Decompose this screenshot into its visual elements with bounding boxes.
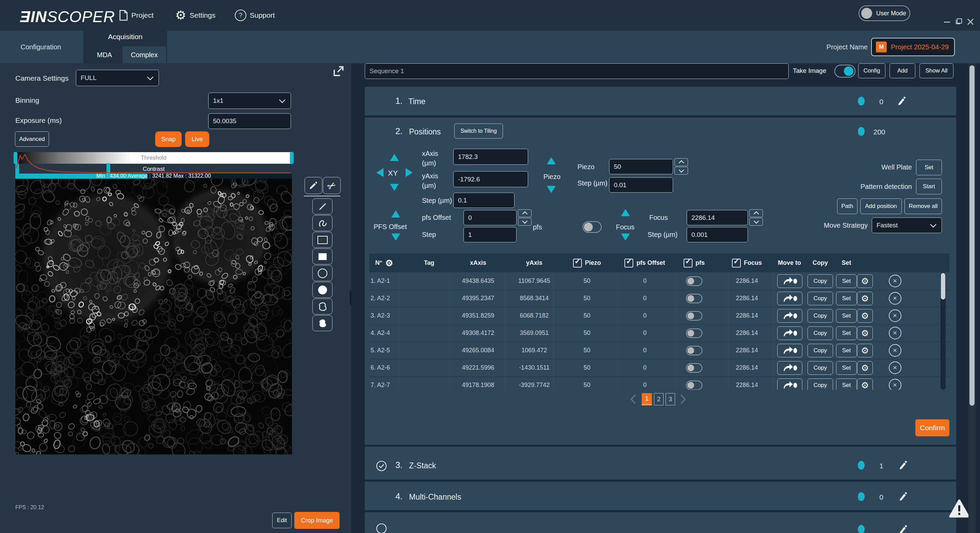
project-menu[interactable]: Project — [119, 0, 153, 31]
row-copy-button[interactable]: Copy — [808, 309, 833, 323]
section-next-partial[interactable] — [365, 512, 956, 533]
row-copy-button[interactable]: Copy — [808, 344, 833, 357]
row-set-button[interactable]: Set — [836, 361, 857, 375]
pattern-detection-start-button[interactable]: Start — [916, 179, 942, 194]
row-settings-button[interactable]: ⚙ — [857, 344, 873, 357]
page-3-button[interactable]: 3 — [666, 393, 675, 406]
xy-right-arrow[interactable] — [406, 168, 413, 177]
table-row[interactable]: 4. A2-4 49308.4172 3569.0951 50 0 2286.1… — [369, 325, 950, 342]
piezo-down-button[interactable] — [675, 167, 688, 175]
user-mode-toggle[interactable]: User Mode — [859, 5, 910, 21]
row-set-button[interactable]: Set — [836, 326, 857, 340]
row-move-to-button[interactable] — [777, 292, 802, 305]
draw-tool-button[interactable] — [305, 177, 322, 194]
header-piezo[interactable]: Piezo — [560, 254, 614, 272]
section-time[interactable] — [365, 87, 956, 115]
switch-to-tiling-button[interactable]: Switch to Tiling — [454, 124, 503, 138]
pfs-up-arrow[interactable] — [391, 210, 400, 218]
tab-configuration[interactable]: Configuration — [0, 31, 82, 63]
expand-view-button[interactable] — [333, 65, 344, 78]
support-menu[interactable]: ? Support — [235, 0, 275, 31]
pfs-offset-down-button[interactable] — [518, 218, 531, 226]
row-settings-button[interactable]: ⚙ — [857, 379, 873, 390]
row-set-button[interactable]: Set — [836, 309, 857, 323]
live-image[interactable] — [15, 179, 292, 454]
channels-edit-button[interactable] — [897, 491, 908, 503]
edit-button[interactable]: Edit — [272, 512, 292, 528]
time-edit-button[interactable] — [896, 95, 907, 108]
row-copy-button[interactable]: Copy — [808, 326, 833, 340]
curve-tool-button[interactable] — [312, 215, 332, 231]
row-pfs-toggle[interactable] — [686, 346, 702, 355]
tab-mda[interactable]: MDA — [88, 46, 121, 63]
close-button[interactable] — [966, 16, 975, 28]
piezo-checkbox[interactable] — [573, 259, 582, 267]
filled-circle-tool-button[interactable] — [312, 282, 332, 298]
row-delete-button[interactable]: ✕ — [889, 361, 901, 374]
row-delete-button[interactable]: ✕ — [889, 309, 901, 322]
row-pfs-toggle[interactable] — [686, 294, 702, 303]
table-row[interactable]: 5. A2-5 49265.0084 1069.472 50 0 2286.14… — [369, 342, 950, 360]
header-pfs[interactable]: pfs — [670, 254, 718, 272]
xaxis-input[interactable]: 1782.3 — [453, 149, 528, 165]
page-2-button[interactable]: 2 — [654, 393, 663, 406]
snap-button[interactable]: Snap — [155, 131, 182, 147]
crop-image-button[interactable]: Crop Image — [294, 512, 340, 529]
well-plate-set-button[interactable]: Set — [916, 160, 942, 175]
add-position-button[interactable]: Add position — [860, 199, 902, 214]
table-row[interactable]: 2. A2-2 49395.2347 8568.3414 50 0 2286.1… — [369, 290, 950, 307]
xy-step-input[interactable]: 0.1 — [453, 193, 514, 208]
path-button[interactable]: Path — [837, 199, 858, 214]
filled-rectangle-tool-button[interactable] — [312, 248, 332, 264]
piezo-step-input[interactable]: 0.01 — [609, 177, 673, 193]
table-row[interactable]: 7. A2-7 49178.1908 -3929.7742 50 0 2286.… — [369, 376, 950, 390]
move-strategy-select[interactable]: Fastest — [872, 218, 942, 233]
table-scrollbar[interactable] — [940, 272, 946, 390]
table-scrollbar-thumb[interactable] — [941, 273, 945, 299]
row-move-to-button[interactable] — [777, 309, 802, 323]
focus-toggle[interactable] — [582, 221, 601, 233]
settings-menu[interactable]: ⚙ Settings — [175, 0, 215, 31]
row-settings-button[interactable]: ⚙ — [857, 309, 873, 323]
advanced-button[interactable]: Advanced — [15, 131, 49, 147]
pfs-step-input[interactable]: 1 — [463, 227, 517, 242]
row-set-button[interactable]: Set — [836, 292, 857, 305]
page-next-button[interactable] — [679, 393, 687, 406]
row-copy-button[interactable]: Copy — [808, 274, 833, 288]
header-pfs-offset[interactable]: pfs Offset — [614, 254, 675, 272]
focus-up-button[interactable] — [749, 209, 763, 217]
panel-scrollbar[interactable] — [969, 63, 976, 533]
piezo-up-arrow[interactable] — [547, 157, 556, 164]
focus-checkbox[interactable] — [732, 259, 741, 267]
row-copy-button[interactable]: Copy — [808, 379, 833, 390]
row-pfs-toggle[interactable] — [686, 363, 702, 373]
focus-down-button[interactable] — [749, 218, 763, 226]
xy-up-arrow[interactable] — [390, 154, 399, 161]
rectangle-tool-button[interactable] — [312, 232, 332, 248]
row-delete-button[interactable]: ✕ — [889, 275, 901, 287]
section-zstack[interactable] — [365, 447, 956, 480]
cut-tool-button[interactable]: ✂ — [323, 177, 340, 194]
row-settings-button[interactable]: ⚙ — [857, 274, 873, 288]
pfs-checkbox[interactable] — [684, 259, 692, 267]
page-prev-button[interactable] — [629, 393, 638, 406]
header-focus[interactable]: Focus — [720, 254, 774, 272]
remove-all-button[interactable]: Remove all — [904, 199, 942, 214]
row-delete-button[interactable]: ✕ — [889, 327, 901, 339]
row-pfs-toggle[interactable] — [686, 380, 702, 390]
circle-tool-button[interactable] — [312, 265, 332, 281]
row-set-button[interactable]: Set — [836, 274, 857, 288]
line-tool-button[interactable] — [312, 199, 332, 215]
row-move-to-button[interactable] — [777, 326, 802, 340]
page-1-button[interactable]: 1 — [642, 393, 652, 406]
xy-left-arrow[interactable] — [376, 168, 383, 177]
table-row[interactable]: 3. A2-3 49351.8259 6068.7182 50 0 2286.1… — [369, 307, 950, 325]
table-row[interactable]: 6. A2-6 49221.5996 -1430.1511 50 0 2286.… — [369, 359, 950, 377]
row-set-button[interactable]: Set — [836, 379, 857, 390]
exposure-input[interactable]: 50.0035 — [208, 113, 291, 129]
add-button[interactable]: Add — [889, 63, 915, 78]
focus-input[interactable]: 2286.14 — [687, 210, 748, 225]
show-all-button[interactable]: Show All — [920, 63, 953, 78]
freeform-tool-button[interactable] — [312, 299, 332, 315]
pfs-offset-checkbox[interactable] — [624, 259, 633, 267]
